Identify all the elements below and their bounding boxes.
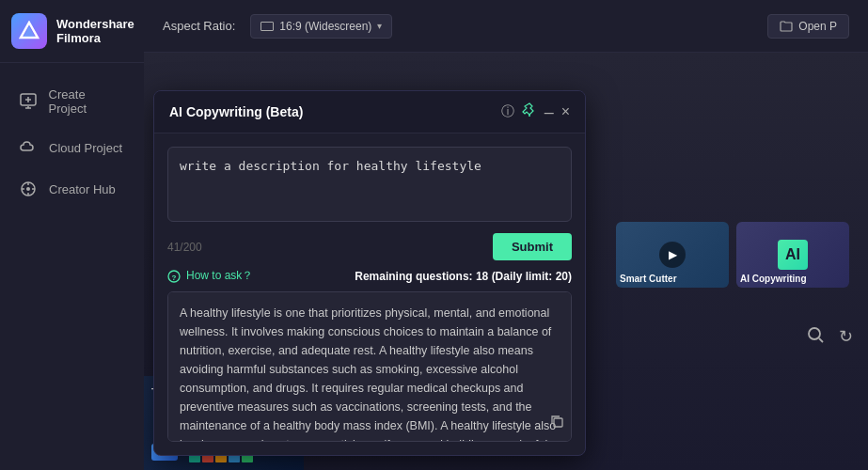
create-project-icon: [19, 92, 38, 111]
dialog-overlay: AI Copywriting (Beta) ⓘ – ×: [144, 53, 868, 470]
dialog-body: 41/200 Submit ? How to ask？: [154, 133, 585, 455]
dialog-header: AI Copywriting (Beta) ⓘ – ×: [154, 91, 585, 133]
ai-copywriting-dialog: AI Copywriting (Beta) ⓘ – ×: [153, 90, 586, 456]
how-to-ask-label: How to ask？: [186, 268, 253, 284]
submit-button[interactable]: Submit: [493, 233, 572, 260]
textarea-footer: 41/200 Submit: [167, 233, 572, 260]
sidebar-item-label: Cloud Project: [49, 141, 122, 155]
remaining-questions-info: Remaining questions: 18 (Daily limit: 20…: [355, 270, 572, 283]
info-icon[interactable]: ⓘ: [501, 103, 514, 120]
prompt-input[interactable]: [167, 147, 572, 222]
how-to-ask-link[interactable]: ? How to ask？: [167, 268, 253, 284]
app-logo: Wondershare Filmora: [0, 0, 144, 63]
content-area: ▶ Smart Cutter AI AI Copywriting ↻: [144, 53, 868, 470]
logo-text: Wondershare Filmora: [56, 17, 134, 45]
sidebar-item-creator-hub[interactable]: Creator Hub: [4, 170, 140, 208]
char-count: 41/200: [167, 241, 202, 254]
main-area: Aspect Ratio: 16:9 (Widescreen) ▾ Open P…: [144, 0, 868, 470]
svg-rect-18: [554, 418, 562, 427]
svg-text:?: ?: [172, 274, 177, 282]
how-to-ask-row: ? How to ask？ Remaining questions: 18 (D…: [167, 260, 572, 291]
copy-icon[interactable]: [550, 413, 563, 433]
folder-icon: [780, 20, 793, 33]
remaining-label: Remaining questions:: [355, 270, 472, 283]
response-text: A healthy lifestyle is one that prioriti…: [180, 306, 556, 442]
sidebar-item-label: Creator Hub: [49, 182, 116, 196]
open-project-label: Open P: [798, 20, 837, 33]
close-button[interactable]: ×: [561, 103, 570, 120]
daily-limit-label: (Daily limit: 20): [492, 270, 572, 283]
cloud-project-icon: [19, 138, 38, 157]
open-project-button[interactable]: Open P: [767, 14, 849, 39]
sidebar-item-cloud-project[interactable]: Cloud Project: [4, 129, 140, 166]
brand-name: Wondershare: [56, 17, 134, 31]
product-name: Filmora: [56, 31, 134, 45]
aspect-ratio-dropdown[interactable]: 16:9 (Widescreen) ▾: [250, 14, 392, 39]
pin-icon[interactable]: [522, 102, 537, 121]
response-area: A healthy lifestyle is one that prioriti…: [167, 291, 572, 442]
logo-icon: [11, 13, 47, 49]
svg-point-8: [26, 187, 30, 191]
widescreen-icon: [260, 22, 274, 31]
aspect-ratio-value: 16:9 (Widescreen): [279, 20, 371, 33]
chevron-down-icon: ▾: [377, 21, 382, 31]
top-bar: Aspect Ratio: 16:9 (Widescreen) ▾ Open P: [144, 0, 868, 53]
remaining-count: 18: [476, 270, 488, 283]
sidebar-item-create-project[interactable]: Create Project: [4, 78, 140, 125]
sidebar-item-label: Create Project: [49, 87, 125, 116]
sidebar: Wondershare Filmora Create Project: [0, 0, 144, 470]
question-circle-icon: ?: [167, 270, 181, 283]
minimize-button[interactable]: –: [544, 103, 554, 120]
sidebar-navigation: Create Project Cloud Project: [0, 63, 144, 223]
dialog-title: AI Copywriting (Beta): [169, 104, 494, 119]
creator-hub-icon: [19, 180, 38, 198]
aspect-ratio-label: Aspect Ratio:: [163, 19, 235, 33]
